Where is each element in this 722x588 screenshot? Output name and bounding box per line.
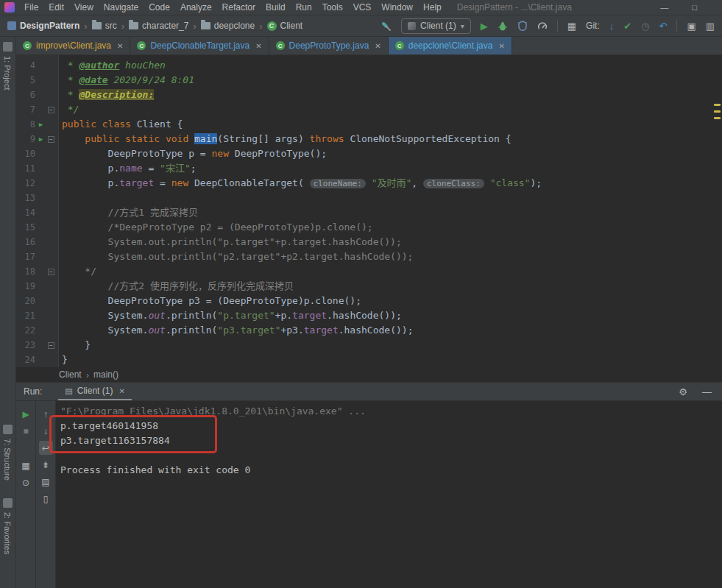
line-number: 18 [16,264,35,279]
sidebar-item-favorites[interactable]: 2: Favorites [3,512,12,554]
menu-refactor[interactable]: Refactor [217,1,261,13]
menu-run[interactable]: Run [291,1,317,13]
chevron-right-icon: › [86,369,89,380]
line-number: 13 [16,191,35,205]
menu-view[interactable]: View [69,1,99,13]
layout-panel-icon[interactable]: ▣ [687,21,696,31]
breadcrumb-character_7[interactable]: character_7 [129,21,188,31]
menu-window[interactable]: Window [376,1,418,13]
navigation-bar: DesignPattern›src›character_7›deepclone›… [0,15,722,37]
hide-panel-icon[interactable]: — [702,387,712,397]
project-toolwindow-icon[interactable] [3,42,13,52]
menu-bar: FileEditViewNavigateCodeAnalyzeRefactorB… [19,1,447,13]
up-stacktrace-button[interactable]: ↑ [39,407,53,421]
fold-icon[interactable]: − [48,136,54,143]
coverage-shield-button[interactable] [517,21,528,31]
rollback-undo-button[interactable]: ↶ [659,21,668,31]
restore-layout-button[interactable]: ▦ [19,458,33,472]
menu-vcs[interactable]: VCS [348,1,377,13]
settings-gear-icon[interactable]: ⚙ [679,387,687,397]
run-line-icon[interactable]: ▶ [35,117,46,132]
tab-label: improve\Client.java [36,40,111,51]
console[interactable]: "F:\Program Files\Java\jdk1.8.0_201\bin\… [56,401,722,588]
line-number: 5 [16,73,35,88]
line-number: 24 [16,353,35,367]
grid-icon[interactable]: ▦ [567,21,576,31]
menu-build[interactable]: Build [261,1,291,13]
run-config-select[interactable]: Client (1) ▾ [401,18,471,34]
breadcrumb-src[interactable]: src [92,21,117,31]
menu-tools[interactable]: Tools [317,1,348,13]
fold-icon[interactable]: − [48,269,54,275]
run-tab[interactable]: ▤ Client (1) ✕ [58,383,131,400]
pin-tab-button[interactable]: ⊙ [19,475,33,489]
close-tab-icon[interactable]: ✕ [498,42,504,50]
tab-deepclonabletarget-java[interactable]: CDeepClonableTarget.java✕ [130,37,269,54]
run-label: Run: [24,386,42,397]
breadcrumb-designpattern[interactable]: DesignPattern [7,21,79,31]
stop-button[interactable]: ■ [19,424,33,438]
toolbar-actions: Client (1) ▾ ▶ ▦ Git: ↓ ✔ ◷ ↶ ▣ ▥ [381,18,715,34]
console-line: "F:\Program Files\Java\jdk1.8.0_201\bin\… [60,404,722,419]
sidebar-item-project[interactable]: 1: Project [3,56,12,90]
menu-edit[interactable]: Edit [43,1,69,13]
down-stacktrace-button[interactable]: ↓ [39,424,53,438]
code-lines[interactable]: * @author houChen * @date 2020/9/24 8:01… [59,55,722,367]
editor-tab-bar: Cimprove\Client.java✕CDeepClonableTarget… [16,37,722,55]
run-config-icon [408,22,416,30]
breadcrumb-main[interactable]: main() [93,369,118,380]
left-toolwindow-stripe: 1: Project 7: Structure 2: Favorites [0,37,16,588]
code-line: System.out.println("p3.target"+p3.target… [62,323,722,338]
close-tab-icon[interactable]: ✕ [255,42,261,50]
chevron-right-icon: › [84,21,87,32]
run-button[interactable]: ▶ [481,21,488,31]
project-icon [7,21,16,30]
breadcrumb-label: src [105,21,117,31]
git-update-button[interactable]: ↓ [609,21,615,31]
clear-console-button[interactable]: ▯ [39,492,53,506]
editor[interactable]: 4567−8▶9▶−101112131415161718−1920212223−… [16,55,722,367]
maximize-button[interactable]: □ [692,3,697,12]
scroll-to-end-button[interactable]: ⇟ [39,458,53,472]
tab-deepprototype-java[interactable]: CDeepProtoType.java✕ [269,37,389,54]
close-tab-icon[interactable]: ✕ [118,387,124,395]
chevron-right-icon: › [193,21,196,32]
tab-improve-client-java[interactable]: Cimprove\Client.java✕ [16,37,130,54]
scrollbar-warning-mark [714,104,721,106]
menu-code[interactable]: Code [144,1,175,13]
favorites-toolwindow-icon[interactable] [3,498,13,508]
print-button[interactable]: ▤ [39,475,53,489]
class-icon: C [276,41,285,50]
titlebar: FileEditViewNavigateCodeAnalyzeRefactorB… [0,0,722,15]
code-line: //方式2 使用序列化，反序列化完成深拷贝 [62,279,722,294]
fold-icon[interactable]: − [48,107,54,113]
line-number: 6 [16,88,35,102]
menu-analyze[interactable]: Analyze [175,1,217,13]
git-commit-button[interactable]: ✔ [623,21,631,31]
minimize-button[interactable]: — [660,3,668,12]
code-line: } [62,353,722,367]
menu-help[interactable]: Help [418,1,447,13]
profiler-gauge-button[interactable] [537,21,548,31]
breadcrumb-client[interactable]: CClient [267,21,303,31]
app-logo-icon [4,2,15,13]
close-tab-icon[interactable]: ✕ [117,42,123,50]
tab-deepclone-client-java[interactable]: Cdeepclone\Client.java✕ [389,37,512,54]
structure-toolwindow-icon[interactable] [3,425,13,434]
rerun-button[interactable]: ▶ [19,407,33,421]
history-clock-button[interactable]: ◷ [641,21,649,31]
breadcrumb-client[interactable]: Client [59,369,82,380]
build-hammer-icon[interactable] [381,21,392,32]
breadcrumb-deepclone[interactable]: deepclone [201,21,255,31]
debug-bug-button[interactable] [498,21,508,31]
menu-navigate[interactable]: Navigate [99,1,144,13]
sidebar-item-structure[interactable]: 7: Structure [3,439,12,481]
console-line: p.target460141958 [60,419,722,433]
breadcrumb-label: Client [280,21,303,31]
run-line-icon[interactable]: ▶ [35,132,46,146]
fold-icon[interactable]: − [48,342,54,349]
terminal-panel-icon[interactable]: ▥ [706,21,715,31]
close-tab-icon[interactable]: ✕ [375,42,381,50]
soft-wrap-button[interactable]: ↩ [39,441,53,455]
menu-file[interactable]: File [19,1,43,13]
